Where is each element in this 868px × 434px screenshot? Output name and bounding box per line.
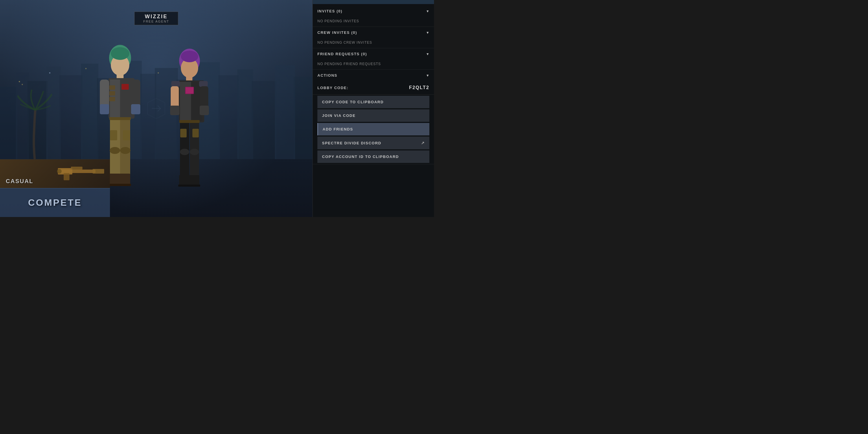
invites-title: INVITES (0): [317, 9, 343, 13]
discord-label: SPECTRE DIVIDE DISCORD: [322, 141, 381, 145]
svg-point-26: [111, 47, 129, 60]
invites-arrow: ▼: [426, 9, 429, 13]
svg-rect-72: [179, 175, 189, 186]
join-code-label: JOIN VIA CODE: [322, 114, 355, 118]
svg-rect-34: [122, 84, 129, 90]
lobby-code-row: LOBBY CODE: F2QLT2: [313, 81, 434, 95]
svg-rect-69: [192, 129, 199, 137]
svg-rect-16: [294, 77, 312, 159]
add-friends-button[interactable]: ADD FRIENDS: [317, 123, 429, 135]
svg-rect-59: [171, 81, 180, 87]
copy-account-id-label: COPY ACCOUNT ID TO CLIPBOARD: [322, 155, 399, 159]
svg-rect-0: [0, 87, 18, 159]
player-subtitle: FREE AGENT: [143, 20, 169, 23]
svg-rect-64: [199, 105, 209, 115]
svg-rect-67: [179, 120, 199, 123]
svg-point-81: [57, 169, 62, 174]
friend-requests-arrow: ▼: [426, 52, 429, 56]
crew-invites-content: NO PENDING CREW INVITES: [313, 38, 434, 48]
svg-point-52: [181, 51, 198, 62]
compete-mode-label: COMPETE: [28, 197, 82, 208]
crew-invites-section: CREW INVITES (0) ▼ NO PENDING CREW INVIT…: [313, 27, 434, 48]
svg-rect-31: [110, 85, 115, 90]
add-friends-label: ADD FRIENDS: [322, 127, 353, 131]
svg-rect-32: [110, 91, 115, 95]
character-2: [153, 43, 226, 217]
invites-header[interactable]: INVITES (0) ▼: [313, 5, 434, 17]
crew-invites-status: NO PENDING CREW INVITES: [317, 40, 372, 44]
svg-rect-75: [188, 185, 200, 187]
invites-content: NO PENDING INVITES: [313, 17, 434, 27]
svg-rect-39: [110, 118, 120, 176]
svg-rect-78: [71, 167, 83, 169]
svg-rect-49: [123, 130, 130, 140]
svg-rect-47: [110, 117, 131, 120]
copy-account-id-button[interactable]: COPY ACCOUNT ID TO CLIPBOARD: [317, 151, 429, 163]
svg-rect-60: [199, 81, 208, 87]
crew-invites-title: CREW INVITES (0): [317, 30, 357, 35]
discord-button[interactable]: SPECTRE DIVIDE DISCORD ↗: [317, 136, 429, 149]
friend-requests-status: NO PENDING FRIEND REQUESTS: [317, 62, 381, 66]
external-link-icon: ↗: [421, 141, 425, 145]
copy-code-label: COPY CODE TO CLIPBOARD: [322, 100, 384, 104]
svg-point-71: [190, 149, 199, 155]
actions-header[interactable]: ACTIONS ▼: [313, 70, 434, 81]
svg-point-42: [120, 147, 130, 154]
weapon-icon: [55, 161, 107, 185]
casual-mode-panel[interactable]: CASUAL: [0, 159, 110, 188]
crew-invites-arrow: ▼: [426, 31, 429, 35]
friend-requests-title: FRIEND REQUESTS (0): [317, 52, 367, 56]
svg-rect-46: [118, 184, 131, 186]
svg-rect-80: [64, 173, 69, 180]
svg-rect-37: [100, 104, 109, 114]
actions-title: ACTIONS: [317, 73, 337, 78]
game-background: WIZZIE FREE AGENT CASUAL COMPETE: [0, 0, 312, 217]
crew-invites-header[interactable]: CREW INVITES (0) ▼: [313, 27, 434, 38]
svg-rect-44: [119, 174, 130, 185]
svg-rect-18: [22, 84, 23, 85]
name-plate: WIZZIE FREE AGENT: [134, 11, 178, 25]
svg-rect-63: [170, 105, 179, 115]
actions-section: ACTIONS ▼ LOBBY CODE: F2QLT2 COPY CODE T…: [313, 70, 434, 164]
invites-status: NO PENDING INVITES: [317, 19, 359, 23]
svg-rect-79: [93, 169, 104, 174]
svg-rect-40: [120, 118, 130, 176]
lobby-code-value: F2QLT2: [409, 85, 429, 90]
invites-section: INVITES (0) ▼ NO PENDING INVITES: [313, 5, 434, 27]
svg-rect-33: [110, 97, 115, 101]
compete-mode-panel[interactable]: COMPETE: [0, 188, 110, 217]
join-via-code-button[interactable]: JOIN VIA CODE: [317, 110, 429, 122]
svg-rect-73: [189, 175, 199, 186]
svg-rect-48: [110, 130, 117, 140]
svg-rect-38: [131, 104, 140, 114]
svg-rect-43: [109, 174, 120, 185]
sidebar-topbar: [313, 0, 434, 4]
friend-requests-header[interactable]: FRIEND REQUESTS (0) ▼: [313, 48, 434, 60]
friend-requests-section: FRIEND REQUESTS (0) ▼ NO PENDING FRIEND …: [313, 48, 434, 70]
svg-rect-17: [19, 81, 20, 82]
casual-mode-label: CASUAL: [6, 178, 33, 185]
copy-code-button[interactable]: COPY CODE TO CLIPBOARD: [317, 96, 429, 108]
friend-requests-content: NO PENDING FRIEND REQUESTS: [313, 60, 434, 69]
svg-rect-68: [180, 129, 187, 137]
player-name: WIZZIE: [143, 13, 169, 20]
svg-rect-58: [186, 87, 193, 93]
right-sidebar: INVITES (0) ▼ NO PENDING INVITES CREW IN…: [312, 0, 434, 217]
actions-arrow: ▼: [426, 73, 429, 78]
svg-point-41: [110, 147, 120, 154]
bottom-mode-panels: CASUAL COMPETE: [0, 159, 110, 217]
svg-point-70: [180, 149, 189, 155]
lobby-code-label: LOBBY CODE:: [317, 86, 348, 90]
